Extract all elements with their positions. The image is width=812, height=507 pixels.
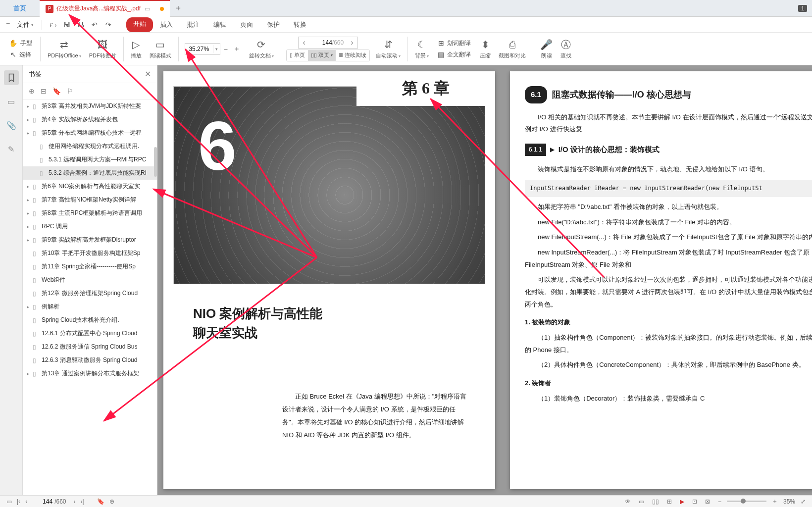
- home-tab[interactable]: 首页: [0, 0, 40, 17]
- bookmark-item[interactable]: ▯使用网络编程实现分布式远程调用.: [23, 140, 157, 153]
- zoom-slider[interactable]: [727, 501, 766, 502]
- menu-tab-annotate[interactable]: 批注: [180, 17, 206, 32]
- save-button[interactable]: 🖫: [61, 19, 73, 31]
- bookmark-item[interactable]: ▯Web组件: [23, 273, 157, 287]
- sb-add-button[interactable]: ⊕: [107, 498, 117, 505]
- menu-tab-protect[interactable]: 保护: [260, 17, 287, 32]
- eye-icon[interactable]: 👁: [622, 498, 633, 505]
- bookmark-item[interactable]: ▯第11章 Spring全家桶----------使用Sp: [23, 260, 157, 273]
- sb-tool1[interactable]: ▭: [636, 498, 647, 505]
- bookmark-item[interactable]: ▯Spring Cloud技术栈补充介绍.: [23, 313, 157, 327]
- attachments-tab[interactable]: 📎: [4, 118, 19, 133]
- sb-fit1[interactable]: ⊡: [690, 498, 700, 505]
- bookmark-item[interactable]: ▯第10章 手把手开发微服务构建框架Sp: [23, 247, 157, 260]
- menu-tab-convert[interactable]: 转换: [287, 17, 313, 32]
- bookmark-outline-icon[interactable]: ⚐: [67, 87, 73, 95]
- thumbnails-tab[interactable]: ▭: [4, 94, 19, 109]
- file-menu[interactable]: 文件: [14, 20, 37, 29]
- collapse-button[interactable]: ⊟: [41, 87, 47, 95]
- bookmark-item[interactable]: ▯12.6.2 微服务通信 Spring Cloud Bus: [23, 340, 157, 354]
- read-aloud-button[interactable]: 🎤朗读: [536, 37, 557, 60]
- hand-tool[interactable]: ✋手型: [6, 38, 35, 49]
- sb-play[interactable]: ▶: [677, 498, 687, 505]
- expand-icon[interactable]: ▸: [25, 130, 31, 136]
- expand-icon[interactable]: ▸: [25, 237, 31, 243]
- sb-expand[interactable]: ⤢: [798, 498, 808, 505]
- hamburger-icon[interactable]: ≡: [4, 21, 12, 29]
- last-page-button[interactable]: ›|: [78, 498, 86, 505]
- signature-tab[interactable]: ✎: [4, 142, 19, 156]
- print-button[interactable]: 🖶: [75, 19, 87, 31]
- sb-bookmark-button[interactable]: 🔖: [95, 498, 107, 505]
- sb-tool2[interactable]: ▯▯: [650, 498, 661, 505]
- bookmark-item[interactable]: ▸▯例解析: [23, 300, 157, 313]
- select-tool[interactable]: ↖选择: [7, 50, 34, 60]
- find-button[interactable]: Ⓐ查找: [557, 37, 575, 60]
- bookmarks-tab[interactable]: [4, 70, 19, 85]
- screenshot-button[interactable]: ⎙截图和对比: [495, 37, 530, 60]
- sb-tool3[interactable]: ⊞: [664, 498, 674, 505]
- bookmark-item[interactable]: ▯12.6.1 分布式配置中心 Spring Cloud: [23, 327, 157, 340]
- menu-tab-start[interactable]: 开始: [126, 17, 153, 32]
- first-page-button[interactable]: |‹: [14, 498, 23, 505]
- bookmark-list[interactable]: ▸▯第3章 高并发相关JVM与JDK新特性案▸▯第4章 实战解析多线程并发包▸▯…: [23, 100, 157, 495]
- expand-icon[interactable]: ▸: [25, 210, 31, 216]
- menu-tab-insert[interactable]: 插入: [153, 17, 180, 32]
- bookmark-item[interactable]: ▸▯第5章 分布式网络编程核心技术—远程: [23, 126, 157, 140]
- full-translate-button[interactable]: ▤全文翻译: [435, 50, 474, 60]
- pdf-to-office-button[interactable]: ⇄PDF转Office: [44, 37, 85, 60]
- document-viewport[interactable]: 第 6 章 6 NIO 案例解析与高性能 聊天室实战 正如 Bruce Ecke…: [157, 65, 812, 495]
- bookmark-item[interactable]: ▯5.3.1 远程调用两大方案—RMI与RPC: [23, 153, 157, 166]
- background-button[interactable]: ☾背景: [411, 37, 433, 60]
- read-mode-button[interactable]: ▭阅读模式: [146, 37, 175, 60]
- autoscroll-button[interactable]: ⇵自动滚动: [372, 37, 405, 60]
- redo-button[interactable]: ↷: [102, 19, 114, 31]
- sb-page-input[interactable]: [35, 498, 52, 505]
- expand-icon[interactable]: ▸: [25, 184, 31, 189]
- page-input[interactable]: [309, 39, 332, 46]
- expand-icon[interactable]: ▸: [25, 117, 31, 122]
- expand-icon[interactable]: ▸: [25, 103, 31, 109]
- menu-tab-edit[interactable]: 编辑: [206, 17, 233, 32]
- menu-tab-page[interactable]: 页面: [233, 17, 260, 32]
- zoom-dropdown[interactable]: ▾: [213, 47, 220, 51]
- sb-zoom-in[interactable]: ＋: [769, 497, 780, 506]
- undo-button[interactable]: ↶: [89, 19, 101, 31]
- continuous-button[interactable]: ≣连续阅读: [336, 50, 369, 61]
- prev-page-button-sb[interactable]: ‹: [23, 498, 30, 505]
- bookmark-item[interactable]: ▯5.3.2 综合案例：通过底层技能实现RI: [23, 166, 157, 180]
- bookmark-icon[interactable]: 🔖: [52, 87, 61, 95]
- file-tab[interactable]: P 亿级流量Java高...编程实战_.pdf ▭: [40, 0, 170, 17]
- pdf-to-image-button[interactable]: 🖼PDF转图片: [85, 37, 120, 60]
- bookmark-item[interactable]: ▸▯第4章 实战解析多线程并发包: [23, 113, 157, 126]
- window-count-badge[interactable]: 1: [798, 5, 807, 12]
- double-page-button[interactable]: ▯▯双页▾: [308, 50, 336, 61]
- sb-zoom-out[interactable]: −: [715, 498, 724, 505]
- add-tab-button[interactable]: ＋: [170, 0, 187, 17]
- compress-button[interactable]: ⬍压缩: [476, 37, 495, 60]
- open-button[interactable]: 🗁: [47, 19, 59, 31]
- bookmark-item[interactable]: ▸▯第3章 高并发相关JVM与JDK新特性案: [23, 100, 157, 113]
- add-bookmark-button[interactable]: ⊕: [29, 87, 35, 95]
- rotate-button[interactable]: ⟳旋转文档: [245, 37, 278, 60]
- zoom-out-button[interactable]: −: [220, 45, 231, 53]
- play-button[interactable]: ▷播放: [127, 37, 146, 60]
- expand-icon[interactable]: ▸: [25, 224, 31, 229]
- zoom-in-button[interactable]: ＋: [231, 45, 242, 53]
- bookmark-item[interactable]: ▸▯第9章 实战解析高并发框架Disruptor: [23, 233, 157, 247]
- bookmark-item[interactable]: ▯12.6.3 消息驱动微服务 Spring Cloud: [23, 354, 157, 367]
- sidebar-toggle[interactable]: ▭: [4, 498, 14, 505]
- scrollbar-thumb[interactable]: [154, 147, 157, 177]
- next-page-button-sb[interactable]: ›: [71, 498, 78, 505]
- bookmark-item[interactable]: ▸▯第8章 主流RPC框架解析与跨语言调用: [23, 206, 157, 220]
- bookmark-item[interactable]: ▯第12章 微服务治理框架Spring Cloud: [23, 287, 157, 300]
- word-translate-button[interactable]: ⊞划词翻译: [435, 38, 474, 49]
- bookmark-item[interactable]: ▸▯第7章 高性能NIO框架Netty实例详解: [23, 193, 157, 206]
- bookmark-item[interactable]: ▸▯RPC 调用: [23, 220, 157, 233]
- bookmark-item[interactable]: ▸▯第13章 通过案例讲解分布式服务框架: [23, 367, 157, 380]
- bookmark-item[interactable]: ▸▯第6章 NIO案例解析与高性能聊天室实: [23, 180, 157, 193]
- prev-page-button[interactable]: ‹: [299, 38, 309, 47]
- close-panel-button[interactable]: ✕: [145, 69, 151, 79]
- single-page-button[interactable]: ▯单页: [287, 50, 308, 61]
- sb-fit2[interactable]: ⊠: [703, 498, 712, 505]
